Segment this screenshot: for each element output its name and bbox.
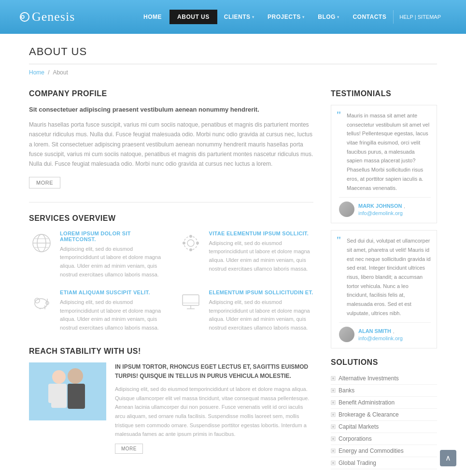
- solution-bullet-icon: [331, 448, 336, 453]
- section-divider: [29, 202, 313, 202]
- help-sitemap[interactable]: HELP | SITEMAP: [393, 10, 447, 24]
- logo-text: Genesis: [32, 10, 75, 24]
- svg-rect-33: [332, 389, 334, 391]
- services-overview-section: SERVICES OVERVIEW: [29, 214, 313, 332]
- svg-rect-41: [332, 438, 334, 440]
- stability-body-text: Adipiscing elit, sed do eiusmod temporin…: [115, 385, 313, 439]
- breadcrumb-home[interactable]: Home: [29, 69, 44, 76]
- solution-item-0[interactable]: Alternative Investments: [331, 373, 437, 385]
- nav-home[interactable]: HOME: [136, 10, 169, 24]
- stability-more-button[interactable]: MORE: [115, 444, 143, 454]
- svg-point-7: [187, 240, 194, 246]
- svg-rect-43: [332, 450, 334, 452]
- solution-bullet-icon: [331, 424, 336, 429]
- nav-contacts[interactable]: CONTACTS: [346, 10, 393, 24]
- stability-title: REACH STABILITY WITH US!: [29, 347, 313, 356]
- logo[interactable]: Genesis: [19, 10, 75, 24]
- solutions-title: SOLUTIONS: [331, 358, 437, 367]
- svg-rect-29: [68, 384, 75, 404]
- solution-item-6[interactable]: Energy and Commodities: [331, 445, 437, 457]
- page-main: ABOUT US Home / About COMPANY PROFILE Si…: [0, 34, 466, 476]
- svg-point-10: [189, 235, 192, 238]
- testimonial-text-2: Sed dui dui, volutpat et ullamcorper sit…: [339, 236, 431, 317]
- monitor-icon: [180, 291, 202, 313]
- solution-item-7[interactable]: Global Trading: [331, 457, 437, 469]
- author-name-1: MARK JOHNSON: [358, 203, 402, 209]
- gear-icon: [180, 232, 202, 254]
- svg-point-27: [68, 368, 83, 384]
- service-item-4: ELEMENTUM IPSUM SOLLICITUDIN ET. Adipisc…: [178, 289, 314, 332]
- solution-item-5[interactable]: Corporations: [331, 433, 437, 445]
- testimonials-title: TESTIMONIALS: [331, 89, 437, 98]
- testimonials-section: TESTIMONIALS " Mauris in massa sit amet …: [331, 89, 437, 348]
- service-text-1: Adipiscing elit, sed do eiusmod temporin…: [60, 245, 165, 279]
- service-item-1: LOREM IPSUM DOLOR SIT AMETCONST. Adipisc…: [29, 231, 165, 279]
- stability-image: [29, 362, 106, 420]
- services-grid: LOREM IPSUM DOLOR SIT AMETCONST. Adipisc…: [29, 231, 313, 332]
- breadcrumb: Home / About: [29, 69, 437, 76]
- svg-point-11: [196, 242, 199, 245]
- solution-bullet-icon: [331, 461, 336, 465]
- author-email-2[interactable]: info@demolink.org: [358, 335, 403, 341]
- avatar-1: [339, 202, 354, 217]
- company-profile-title: COMPANY PROFILE: [29, 89, 313, 98]
- nav-blog[interactable]: BLOG ▾: [311, 10, 346, 24]
- svg-point-9: [183, 242, 185, 245]
- service-content-1: LOREM IPSUM DOLOR SIT AMETCONST. Adipisc…: [60, 231, 165, 279]
- chevron-down-icon: ▾: [337, 15, 339, 19]
- nav-projects[interactable]: PROJECTS ▾: [261, 10, 311, 24]
- svg-rect-26: [48, 384, 55, 403]
- chevron-down-icon: ▾: [252, 15, 254, 19]
- company-profile-section: COMPANY PROFILE Sit consectetuer adipisc…: [29, 89, 313, 202]
- svg-point-14: [35, 298, 40, 303]
- main-nav: HOME ABOUT US CLIENTS ▾ PROJECTS ▾ BLOG …: [136, 10, 447, 24]
- solution-item-2[interactable]: Benefit Administration: [331, 397, 437, 409]
- nav-about[interactable]: ABOUT US: [169, 10, 217, 24]
- solution-item-1[interactable]: Banks: [331, 385, 437, 397]
- services-title: SERVICES OVERVIEW: [29, 214, 313, 223]
- svg-point-13: [35, 299, 47, 308]
- service-title-1: LOREM IPSUM DOLOR SIT AMETCONST.: [60, 231, 165, 242]
- company-profile-body: Mauris hasellas porta fusce suscipit, va…: [29, 120, 313, 169]
- stability-text-block: IN IPSUM TORTOR, RHONCUS EGET LECTUS ET,…: [115, 362, 313, 454]
- testimonial-card-2: " Sed dui dui, volutpat et ullamcorper s…: [331, 230, 437, 348]
- svg-rect-35: [332, 402, 334, 404]
- svg-rect-31: [332, 377, 334, 379]
- service-item-3: ETIAM ALIQUAM SUSCIPIT VELIT. Adipiscing…: [29, 289, 165, 332]
- scroll-to-top-button[interactable]: ∧: [440, 450, 456, 466]
- svg-rect-19: [183, 295, 199, 305]
- testimonial-card-1: " Mauris in massa sit amet ante consecte…: [331, 105, 437, 223]
- avatar-2: [339, 327, 354, 342]
- globe-icon: [30, 232, 53, 254]
- solution-bullet-icon: [331, 376, 336, 381]
- testimonial-text-1: Mauris in massa sit amet ante consectetu…: [339, 111, 431, 192]
- content-area: COMPANY PROFILE Sit consectetuer adipisc…: [29, 89, 437, 469]
- service-title-2: VITAE ELEMENTUM IPSUM SOLLICIT.: [209, 231, 314, 236]
- comma-1: ,: [404, 203, 405, 209]
- service-text-3: Adipiscing elit, sed do eiusmod temporin…: [60, 298, 165, 332]
- service-item-2: VITAE ELEMENTUM IPSUM SOLLICIT. Adipisci…: [178, 231, 314, 279]
- breadcrumb-current: About: [53, 69, 68, 76]
- author-name-2: ALAN SMITH: [358, 328, 391, 334]
- stability-section: REACH STABILITY WITH US!: [29, 347, 313, 454]
- solution-bullet-icon: [331, 412, 336, 417]
- author-email-1[interactable]: info@demolink.org: [358, 210, 403, 216]
- solution-bullet-icon: [331, 436, 336, 441]
- service-icon-gear: [178, 231, 203, 256]
- testimonial-author-1: MARK JOHNSON , info@demolink.org: [339, 202, 431, 217]
- nav-clients[interactable]: CLIENTS ▾: [217, 10, 261, 24]
- svg-rect-45: [332, 462, 334, 464]
- service-icon-globe: [29, 231, 54, 256]
- stability-content: IN IPSUM TORTOR, RHONCUS EGET LECTUS ET,…: [29, 362, 313, 454]
- svg-point-8: [184, 236, 198, 250]
- company-profile-more-button[interactable]: MORE: [29, 177, 60, 188]
- company-profile-lead: Sit consectetuer adipiscing praesent ves…: [29, 105, 313, 115]
- stability-lead-text: IN IPSUM TORTOR, RHONCUS EGET LECTUS ET,…: [115, 362, 313, 381]
- solutions-section: SOLUTIONS Alternative Investments Banks …: [331, 358, 437, 469]
- solution-item-4[interactable]: Capital Markets: [331, 421, 437, 433]
- svg-rect-39: [332, 426, 334, 428]
- service-content-4: ELEMENTUM IPSUM SOLLICITUDIN ET. Adipisc…: [209, 289, 314, 332]
- chevron-down-icon: ▾: [302, 15, 305, 19]
- solution-item-3[interactable]: Brokerage & Clearance: [331, 409, 437, 421]
- solution-bullet-icon: [331, 400, 336, 405]
